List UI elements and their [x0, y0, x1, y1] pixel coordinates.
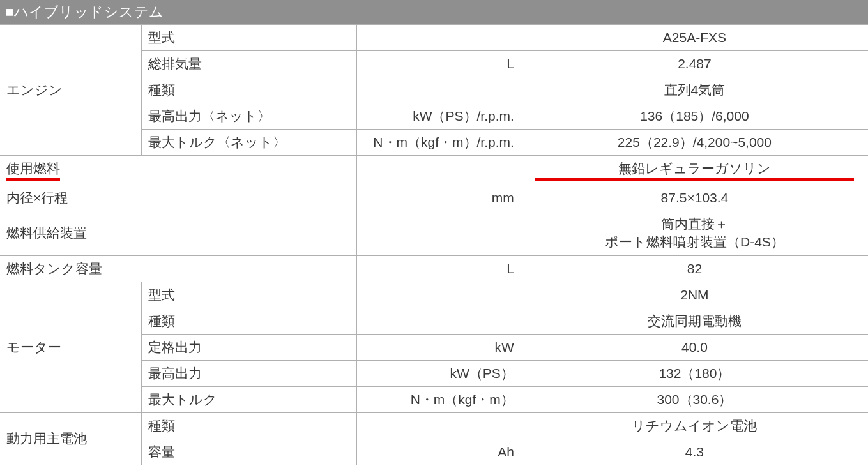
- spec-value: A25A-FXS: [521, 25, 868, 51]
- spec-value: リチウムイオン電池: [521, 412, 868, 439]
- spec-unit: [357, 211, 521, 256]
- spec-value: 132（180）: [521, 360, 868, 386]
- row-bore-stroke: 内径×行程 mm 87.5×103.4: [0, 185, 868, 211]
- spec-name: 最高出力〈ネット〉: [141, 103, 356, 130]
- spec-unit: Ah: [357, 439, 521, 465]
- spec-unit: N・m（kgf・m）: [357, 386, 521, 412]
- spec-value: 2NM: [521, 282, 868, 308]
- group-motor-label: モーター: [0, 282, 141, 412]
- row-motor-model: モーター 型式 2NM: [0, 282, 868, 308]
- spec-unit: [357, 77, 521, 103]
- spec-name: 種類: [141, 308, 356, 334]
- spec-name: 定格出力: [141, 334, 356, 360]
- row-fuel-type: 使用燃料 無鉛レギュラーガソリン: [0, 156, 868, 185]
- spec-value: 筒内直接＋ポート燃料噴射装置（D-4S）: [521, 211, 868, 256]
- row-engine-model: エンジン 型式 A25A-FXS: [0, 25, 868, 51]
- spec-name: 最高出力: [141, 360, 356, 386]
- spec-value: 40.0: [521, 334, 868, 360]
- spec-unit: [357, 282, 521, 308]
- spec-unit: L: [357, 255, 521, 282]
- spec-unit: kW（PS）/r.p.m.: [357, 103, 521, 130]
- spec-unit: [357, 25, 521, 51]
- spec-unit: mm: [357, 185, 521, 211]
- row-fuel-supply: 燃料供給装置 筒内直接＋ポート燃料噴射装置（D-4S）: [0, 211, 868, 256]
- highlight-underline: 使用燃料: [6, 160, 60, 181]
- spec-value: 87.5×103.4: [521, 185, 868, 211]
- spec-name: 燃料供給装置: [0, 211, 357, 256]
- spec-value: 225（22.9）/4,200~5,000: [521, 130, 868, 156]
- group-engine-label: エンジン: [0, 25, 141, 156]
- spec-name: 内径×行程: [0, 185, 357, 211]
- section-header: ■ハイブリッドシステム: [0, 0, 868, 24]
- spec-value: 82: [521, 255, 868, 282]
- spec-table: エンジン 型式 A25A-FXS 総排気量 L 2.487 種類 直列4気筒 最…: [0, 24, 868, 465]
- row-tank-capacity: 燃料タンク容量 L 82: [0, 255, 868, 282]
- spec-name: 総排気量: [141, 51, 356, 77]
- spec-name: 容量: [141, 439, 356, 465]
- spec-unit: [357, 156, 521, 185]
- spec-name: 最大トルク: [141, 386, 356, 412]
- row-battery-type: 動力用主電池 種類 リチウムイオン電池: [0, 412, 868, 439]
- group-battery-label: 動力用主電池: [0, 412, 141, 465]
- spec-value: 交流同期電動機: [521, 308, 868, 334]
- spec-name: 使用燃料: [0, 156, 357, 185]
- spec-unit: kW（PS）: [357, 360, 521, 386]
- spec-name: 最大トルク〈ネット〉: [141, 130, 356, 156]
- highlight-underline: 無鉛レギュラーガソリン: [535, 160, 854, 181]
- spec-name: 種類: [141, 77, 356, 103]
- spec-value: 300（30.6）: [521, 386, 868, 412]
- spec-value: 無鉛レギュラーガソリン: [521, 156, 868, 185]
- spec-unit: N・m（kgf・m）/r.p.m.: [357, 130, 521, 156]
- spec-unit: [357, 308, 521, 334]
- spec-value: 2.487: [521, 51, 868, 77]
- spec-unit: L: [357, 51, 521, 77]
- spec-name: 種類: [141, 412, 356, 439]
- spec-name: 型式: [141, 25, 356, 51]
- spec-value: 4.3: [521, 439, 868, 465]
- spec-name: 燃料タンク容量: [0, 255, 357, 282]
- spec-value: 136（185）/6,000: [521, 103, 868, 130]
- spec-unit: [357, 412, 521, 439]
- spec-value: 直列4気筒: [521, 77, 868, 103]
- spec-name: 型式: [141, 282, 356, 308]
- spec-unit: kW: [357, 334, 521, 360]
